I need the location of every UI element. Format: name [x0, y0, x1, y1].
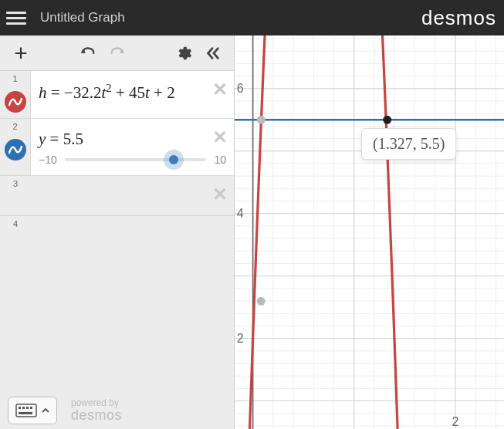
svg-rect-2 [22, 407, 25, 409]
powered-by-text: powered by [71, 398, 122, 408]
powered-by-brand: desmos [71, 408, 122, 424]
settings-button[interactable] [169, 39, 198, 68]
slider-max[interactable]: 10 [214, 154, 226, 166]
expression-row-2[interactable]: 2 y = 5.5 −10 10 ✕ [0, 119, 234, 176]
powered-by-label: powered by desmos [71, 398, 122, 424]
row-index: 2 [12, 122, 17, 131]
expression-row-3[interactable]: 3 ✕ [0, 176, 234, 216]
wave-icon [8, 142, 23, 157]
undo-button[interactable] [73, 39, 103, 68]
expression-row-4[interactable]: 4 [0, 216, 234, 239]
point-tooltip: (1.327, 5.5) [361, 128, 456, 160]
undo-icon [79, 45, 96, 62]
slider-track[interactable] [65, 158, 207, 161]
row-gutter: 2 [0, 119, 31, 175]
wave-icon [8, 94, 23, 110]
delete-row-button-2[interactable]: ✕ [212, 127, 228, 148]
redo-button[interactable] [103, 39, 132, 68]
gear-icon [175, 45, 192, 62]
svg-text:2: 2 [452, 415, 459, 428]
row-index: 1 [12, 74, 17, 83]
row-gutter: 1 [0, 71, 31, 118]
color-badge-2[interactable] [5, 139, 26, 160]
keyboard-icon [15, 404, 37, 417]
svg-rect-5 [19, 412, 32, 414]
svg-point-68 [383, 116, 391, 124]
panel-footer: powered by desmos [8, 397, 122, 424]
slider-thumb[interactable] [169, 155, 178, 164]
expression-row-1[interactable]: 1 h = −32.2t2 + 45t + 2 ✕ [0, 71, 234, 119]
expression-input-2[interactable]: y = 5.5 [31, 119, 234, 152]
main-layout: + 1 h = −32.2t2 + 45t [0, 35, 504, 429]
graph-title[interactable]: Untitled Graph [40, 10, 125, 25]
chevron-double-left-icon [205, 45, 222, 62]
collapse-panel-button[interactable] [198, 39, 228, 68]
plus-icon: + [14, 40, 28, 66]
svg-point-67 [257, 297, 266, 306]
svg-rect-0 [16, 404, 36, 417]
svg-text:6: 6 [237, 82, 244, 95]
slider-min[interactable]: −10 [39, 154, 57, 166]
brand-logo: desmos [421, 6, 496, 30]
plot-svg: 6422 [235, 35, 504, 429]
expression-input-1[interactable]: h = −32.2t2 + 45t + 2 [31, 71, 234, 118]
color-badge-1[interactable] [5, 91, 26, 113]
expression-input-3[interactable] [31, 176, 234, 215]
redo-icon [109, 45, 126, 62]
row-index: 3 [13, 179, 18, 188]
menu-icon[interactable] [6, 8, 26, 28]
svg-rect-3 [26, 407, 29, 409]
svg-point-66 [257, 116, 266, 124]
graph-viewport[interactable]: 6422 (1.327, 5.5) [235, 35, 504, 429]
delete-row-button-3[interactable]: ✕ [212, 184, 228, 205]
expression-input-4[interactable] [31, 216, 234, 239]
row-gutter: 3 [0, 176, 31, 215]
svg-text:4: 4 [237, 207, 244, 220]
expression-panel: + 1 h = −32.2t2 + 45t [0, 35, 235, 429]
svg-rect-4 [30, 407, 32, 409]
row-gutter: 4 [0, 216, 31, 239]
row-index: 4 [13, 219, 18, 228]
add-expression-button[interactable]: + [6, 39, 36, 68]
slider-row: −10 10 [31, 152, 234, 175]
chevron-up-icon [42, 407, 49, 414]
svg-text:2: 2 [237, 332, 244, 345]
panel-toolbar: + [0, 35, 234, 71]
svg-rect-1 [19, 407, 21, 409]
keyboard-toggle-button[interactable] [8, 397, 57, 424]
delete-row-button-1[interactable]: ✕ [212, 79, 228, 100]
app-header: Untitled Graph desmos [0, 0, 504, 35]
